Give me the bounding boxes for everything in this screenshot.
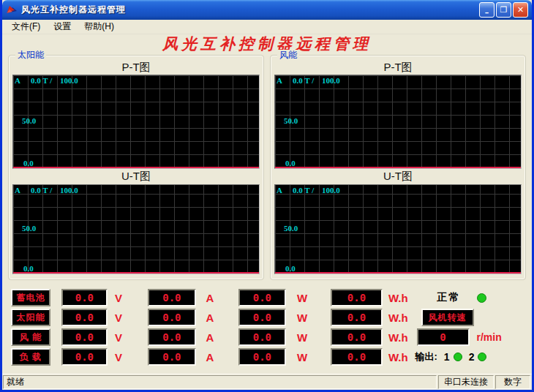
solar-ut-chart: A 0.0 T / 100.0 50.0 0.0: [12, 184, 260, 274]
wind-pt-chart: A 0.0 T / 100.0 50.0 0.0: [274, 75, 522, 169]
app-icon: [6, 4, 18, 16]
wind-power-display: 0.0: [238, 328, 286, 346]
volt-unit: V: [115, 351, 127, 363]
output-status-cell: 输出: 1 2: [421, 350, 527, 363]
page-title: 风光互补控制器远程管理: [2, 34, 532, 53]
minimize-icon: –: [485, 8, 489, 18]
watt-unit: W: [297, 312, 312, 324]
watt-unit: W: [297, 351, 312, 363]
wh-unit: W.h: [388, 331, 413, 344]
readings-panel: 蓄电池 0.0 V 0.0 A 0.0 W 0.0 W.h 正常 太阳能 0.0…: [2, 280, 532, 369]
y-mid-tick: 50.0: [284, 224, 298, 233]
table-row-battery: 蓄电池 0.0 V 0.0 A 0.0 W 0.0 W.h 正常: [11, 289, 526, 306]
amp-unit: A: [206, 351, 219, 363]
wh-unit: W.h: [388, 351, 413, 363]
volt-unit: V: [115, 331, 127, 344]
load-energy-display: 0.0: [331, 348, 383, 366]
volt-unit: V: [115, 292, 127, 304]
load-current-display: 0.0: [148, 348, 195, 366]
fan-speed-unit: r/min: [477, 331, 502, 343]
y-axis-label: A: [15, 186, 20, 195]
status-normal-cell: 正常: [421, 291, 527, 304]
maximize-button[interactable]: ❐: [496, 2, 511, 18]
solar-label: 太阳能: [11, 309, 50, 326]
menu-settings[interactable]: 设置: [47, 19, 78, 34]
solar-energy-display: 0.0: [331, 309, 383, 326]
output-label: 输出:: [415, 350, 437, 363]
y-max-tick: 100.0: [322, 186, 340, 195]
wind-voltage-display: 0.0: [61, 328, 108, 346]
table-row-solar: 太阳能 0.0 V 0.0 A 0.0 W 0.0 W.h 风机转速: [11, 309, 526, 326]
watt-unit: W: [297, 331, 312, 344]
y-mid-tick: 50.0: [22, 116, 36, 126]
fan-speed-label: 风机转速: [421, 309, 474, 326]
output1-led: [454, 353, 462, 361]
watt-unit: W: [297, 292, 312, 304]
fan-speed-display: 0: [417, 328, 470, 346]
wind-groupbox: 风能 P-T图 A 0.0 T / 100.0 50.0 0.0 U-T图 A …: [270, 55, 526, 280]
battery-label: 蓄电池: [11, 289, 50, 306]
minimize-button[interactable]: –: [479, 2, 494, 18]
x-scale-label: 0.0 T /: [293, 76, 314, 86]
wind-ut-chart: A 0.0 T / 100.0 50.0 0.0: [274, 184, 522, 274]
wh-unit: W.h: [388, 292, 413, 304]
fan-speed-label-cell: 风机转速: [421, 309, 527, 326]
battery-voltage-display: 0.0: [61, 289, 108, 306]
load-voltage-display: 0.0: [61, 348, 108, 366]
menu-file[interactable]: 文件(F): [5, 19, 47, 34]
wind-energy-display: 0.0: [331, 328, 383, 346]
wind-current-display: 0.0: [148, 328, 195, 346]
x-scale-label: 0.0 T /: [31, 76, 52, 86]
y-axis-label: A: [277, 186, 282, 195]
y-mid-tick: 50.0: [284, 116, 298, 126]
zero-data-line: [275, 272, 521, 274]
window-title: 风光互补控制器远程管理: [21, 4, 478, 16]
x-scale-label: 0.0 T /: [293, 186, 314, 195]
statusbar-ready: 就绪: [3, 375, 437, 389]
menubar: 文件(F) 设置 帮助(H): [2, 20, 532, 34]
output1-number: 1: [444, 351, 450, 363]
volt-unit: V: [115, 312, 127, 324]
wind-ut-chart-title: U-T图: [273, 169, 523, 184]
amp-unit: A: [206, 312, 219, 324]
close-icon: ✕: [517, 5, 524, 15]
solar-group-label: 太阳能: [15, 50, 46, 60]
amp-unit: A: [206, 292, 219, 304]
y-axis-label: A: [15, 76, 20, 86]
y-max-tick: 100.0: [322, 76, 340, 86]
menu-help[interactable]: 帮助(H): [78, 19, 121, 34]
solar-pt-chart: A 0.0 T / 100.0 50.0 0.0: [12, 75, 260, 169]
normal-status-label: 正常: [437, 291, 461, 304]
load-label: 负 载: [11, 348, 50, 366]
wind-group-label: 风能: [277, 50, 299, 60]
battery-current-display: 0.0: [148, 289, 195, 306]
amp-unit: A: [206, 331, 219, 344]
wh-unit: W.h: [388, 312, 413, 324]
maximize-icon: ❐: [500, 5, 508, 15]
y-axis-label: A: [277, 76, 282, 86]
chart-groups: 太阳能 P-T图 A 0.0 T / 100.0 50.0 0.0 U-T图 A…: [2, 53, 532, 280]
app-window: 风光互补控制器远程管理 – ❐ ✕ 文件(F) 设置 帮助(H) 风光互补控制器…: [0, 0, 534, 392]
titlebar[interactable]: 风光互补控制器远程管理 – ❐ ✕: [2, 0, 532, 20]
x-scale-label: 0.0 T /: [31, 186, 52, 195]
statusbar: 就绪 串口未连接 数字: [2, 374, 532, 390]
wind-pt-chart-title: P-T图: [273, 60, 523, 75]
output2-number: 2: [469, 351, 475, 363]
statusbar-num-indicator: 数字: [495, 375, 530, 389]
solar-ut-chart-title: U-T图: [11, 169, 261, 184]
y-max-tick: 100.0: [60, 186, 78, 195]
statusbar-serial-status: 串口未连接: [438, 375, 494, 389]
y-max-tick: 100.0: [60, 76, 78, 86]
wind-label: 风 能: [11, 328, 50, 346]
close-button[interactable]: ✕: [513, 2, 528, 18]
y-mid-tick: 50.0: [22, 224, 36, 233]
output2-led: [478, 353, 486, 361]
table-row-wind: 风 能 0.0 V 0.0 A 0.0 W 0.0 W.h 0 r/min: [11, 328, 526, 346]
solar-voltage-display: 0.0: [61, 309, 108, 326]
table-row-load: 负 载 0.0 V 0.0 A 0.0 W 0.0 W.h 输出: 1 2: [11, 348, 526, 366]
zero-data-line: [13, 167, 259, 168]
solar-current-display: 0.0: [148, 309, 195, 326]
solar-pt-chart-title: P-T图: [11, 60, 261, 75]
zero-data-line: [13, 272, 259, 274]
battery-power-display: 0.0: [238, 289, 286, 306]
